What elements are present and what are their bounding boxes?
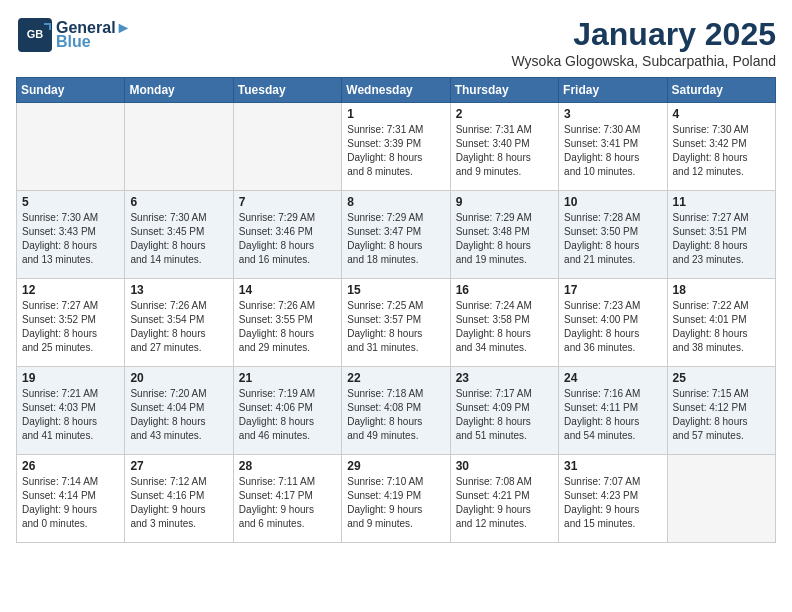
day-info: Sunrise: 7:30 AM Sunset: 3:43 PM Dayligh… xyxy=(22,211,119,267)
day-info: Sunrise: 7:29 AM Sunset: 3:47 PM Dayligh… xyxy=(347,211,444,267)
calendar-week-1: 1Sunrise: 7:31 AM Sunset: 3:39 PM Daylig… xyxy=(17,103,776,191)
day-info: Sunrise: 7:10 AM Sunset: 4:19 PM Dayligh… xyxy=(347,475,444,531)
day-number: 4 xyxy=(673,107,770,121)
calendar-week-3: 12Sunrise: 7:27 AM Sunset: 3:52 PM Dayli… xyxy=(17,279,776,367)
month-title: January 2025 xyxy=(512,16,776,53)
day-number: 22 xyxy=(347,371,444,385)
day-number: 13 xyxy=(130,283,227,297)
day-number: 18 xyxy=(673,283,770,297)
calendar-cell: 18Sunrise: 7:22 AM Sunset: 4:01 PM Dayli… xyxy=(667,279,775,367)
weekday-header-wednesday: Wednesday xyxy=(342,78,450,103)
day-info: Sunrise: 7:17 AM Sunset: 4:09 PM Dayligh… xyxy=(456,387,553,443)
day-info: Sunrise: 7:29 AM Sunset: 3:46 PM Dayligh… xyxy=(239,211,336,267)
calendar-week-2: 5Sunrise: 7:30 AM Sunset: 3:43 PM Daylig… xyxy=(17,191,776,279)
day-info: Sunrise: 7:30 AM Sunset: 3:42 PM Dayligh… xyxy=(673,123,770,179)
weekday-header-friday: Friday xyxy=(559,78,667,103)
day-number: 26 xyxy=(22,459,119,473)
day-number: 30 xyxy=(456,459,553,473)
calendar-table: SundayMondayTuesdayWednesdayThursdayFrid… xyxy=(16,77,776,543)
day-number: 2 xyxy=(456,107,553,121)
day-number: 24 xyxy=(564,371,661,385)
calendar-cell: 26Sunrise: 7:14 AM Sunset: 4:14 PM Dayli… xyxy=(17,455,125,543)
day-number: 12 xyxy=(22,283,119,297)
calendar-cell: 24Sunrise: 7:16 AM Sunset: 4:11 PM Dayli… xyxy=(559,367,667,455)
calendar-cell: 15Sunrise: 7:25 AM Sunset: 3:57 PM Dayli… xyxy=(342,279,450,367)
weekday-header-row: SundayMondayTuesdayWednesdayThursdayFrid… xyxy=(17,78,776,103)
day-info: Sunrise: 7:19 AM Sunset: 4:06 PM Dayligh… xyxy=(239,387,336,443)
calendar-cell: 29Sunrise: 7:10 AM Sunset: 4:19 PM Dayli… xyxy=(342,455,450,543)
calendar-cell: 9Sunrise: 7:29 AM Sunset: 3:48 PM Daylig… xyxy=(450,191,558,279)
calendar-cell: 17Sunrise: 7:23 AM Sunset: 4:00 PM Dayli… xyxy=(559,279,667,367)
day-info: Sunrise: 7:15 AM Sunset: 4:12 PM Dayligh… xyxy=(673,387,770,443)
calendar-cell xyxy=(233,103,341,191)
calendar-cell: 4Sunrise: 7:30 AM Sunset: 3:42 PM Daylig… xyxy=(667,103,775,191)
calendar-cell: 23Sunrise: 7:17 AM Sunset: 4:09 PM Dayli… xyxy=(450,367,558,455)
calendar-cell: 8Sunrise: 7:29 AM Sunset: 3:47 PM Daylig… xyxy=(342,191,450,279)
logo-icon: GB xyxy=(16,16,54,54)
day-info: Sunrise: 7:31 AM Sunset: 3:39 PM Dayligh… xyxy=(347,123,444,179)
day-info: Sunrise: 7:30 AM Sunset: 3:45 PM Dayligh… xyxy=(130,211,227,267)
day-info: Sunrise: 7:31 AM Sunset: 3:40 PM Dayligh… xyxy=(456,123,553,179)
calendar-cell: 14Sunrise: 7:26 AM Sunset: 3:55 PM Dayli… xyxy=(233,279,341,367)
day-number: 16 xyxy=(456,283,553,297)
day-info: Sunrise: 7:29 AM Sunset: 3:48 PM Dayligh… xyxy=(456,211,553,267)
day-info: Sunrise: 7:22 AM Sunset: 4:01 PM Dayligh… xyxy=(673,299,770,355)
day-number: 21 xyxy=(239,371,336,385)
day-number: 3 xyxy=(564,107,661,121)
day-number: 17 xyxy=(564,283,661,297)
day-info: Sunrise: 7:12 AM Sunset: 4:16 PM Dayligh… xyxy=(130,475,227,531)
calendar-cell: 6Sunrise: 7:30 AM Sunset: 3:45 PM Daylig… xyxy=(125,191,233,279)
day-number: 5 xyxy=(22,195,119,209)
title-block: January 2025 Wysoka Glogowska, Subcarpat… xyxy=(512,16,776,69)
day-info: Sunrise: 7:08 AM Sunset: 4:21 PM Dayligh… xyxy=(456,475,553,531)
calendar-cell: 19Sunrise: 7:21 AM Sunset: 4:03 PM Dayli… xyxy=(17,367,125,455)
day-number: 11 xyxy=(673,195,770,209)
weekday-header-monday: Monday xyxy=(125,78,233,103)
day-number: 15 xyxy=(347,283,444,297)
day-info: Sunrise: 7:27 AM Sunset: 3:52 PM Dayligh… xyxy=(22,299,119,355)
day-number: 23 xyxy=(456,371,553,385)
day-number: 29 xyxy=(347,459,444,473)
calendar-week-4: 19Sunrise: 7:21 AM Sunset: 4:03 PM Dayli… xyxy=(17,367,776,455)
calendar-cell: 27Sunrise: 7:12 AM Sunset: 4:16 PM Dayli… xyxy=(125,455,233,543)
day-number: 10 xyxy=(564,195,661,209)
day-info: Sunrise: 7:25 AM Sunset: 3:57 PM Dayligh… xyxy=(347,299,444,355)
calendar-cell: 11Sunrise: 7:27 AM Sunset: 3:51 PM Dayli… xyxy=(667,191,775,279)
calendar-cell: 22Sunrise: 7:18 AM Sunset: 4:08 PM Dayli… xyxy=(342,367,450,455)
calendar-cell: 2Sunrise: 7:31 AM Sunset: 3:40 PM Daylig… xyxy=(450,103,558,191)
day-info: Sunrise: 7:28 AM Sunset: 3:50 PM Dayligh… xyxy=(564,211,661,267)
svg-text:GB: GB xyxy=(27,28,44,40)
day-number: 6 xyxy=(130,195,227,209)
logo: GB General► Blue xyxy=(16,16,131,54)
weekday-header-thursday: Thursday xyxy=(450,78,558,103)
day-info: Sunrise: 7:27 AM Sunset: 3:51 PM Dayligh… xyxy=(673,211,770,267)
day-info: Sunrise: 7:26 AM Sunset: 3:55 PM Dayligh… xyxy=(239,299,336,355)
day-number: 8 xyxy=(347,195,444,209)
day-info: Sunrise: 7:26 AM Sunset: 3:54 PM Dayligh… xyxy=(130,299,227,355)
day-number: 1 xyxy=(347,107,444,121)
day-info: Sunrise: 7:14 AM Sunset: 4:14 PM Dayligh… xyxy=(22,475,119,531)
day-info: Sunrise: 7:24 AM Sunset: 3:58 PM Dayligh… xyxy=(456,299,553,355)
calendar-cell: 31Sunrise: 7:07 AM Sunset: 4:23 PM Dayli… xyxy=(559,455,667,543)
calendar-cell: 28Sunrise: 7:11 AM Sunset: 4:17 PM Dayli… xyxy=(233,455,341,543)
calendar-cell: 12Sunrise: 7:27 AM Sunset: 3:52 PM Dayli… xyxy=(17,279,125,367)
weekday-header-sunday: Sunday xyxy=(17,78,125,103)
day-info: Sunrise: 7:20 AM Sunset: 4:04 PM Dayligh… xyxy=(130,387,227,443)
calendar-cell: 5Sunrise: 7:30 AM Sunset: 3:43 PM Daylig… xyxy=(17,191,125,279)
day-info: Sunrise: 7:23 AM Sunset: 4:00 PM Dayligh… xyxy=(564,299,661,355)
day-number: 19 xyxy=(22,371,119,385)
day-info: Sunrise: 7:07 AM Sunset: 4:23 PM Dayligh… xyxy=(564,475,661,531)
calendar-week-5: 26Sunrise: 7:14 AM Sunset: 4:14 PM Dayli… xyxy=(17,455,776,543)
day-number: 14 xyxy=(239,283,336,297)
day-number: 28 xyxy=(239,459,336,473)
calendar-cell xyxy=(17,103,125,191)
calendar-cell: 13Sunrise: 7:26 AM Sunset: 3:54 PM Dayli… xyxy=(125,279,233,367)
day-info: Sunrise: 7:16 AM Sunset: 4:11 PM Dayligh… xyxy=(564,387,661,443)
day-number: 7 xyxy=(239,195,336,209)
page-header: GB General► Blue January 2025 Wysoka Glo… xyxy=(16,16,776,69)
day-number: 31 xyxy=(564,459,661,473)
calendar-cell: 25Sunrise: 7:15 AM Sunset: 4:12 PM Dayli… xyxy=(667,367,775,455)
calendar-cell: 7Sunrise: 7:29 AM Sunset: 3:46 PM Daylig… xyxy=(233,191,341,279)
calendar-cell xyxy=(667,455,775,543)
calendar-cell: 1Sunrise: 7:31 AM Sunset: 3:39 PM Daylig… xyxy=(342,103,450,191)
